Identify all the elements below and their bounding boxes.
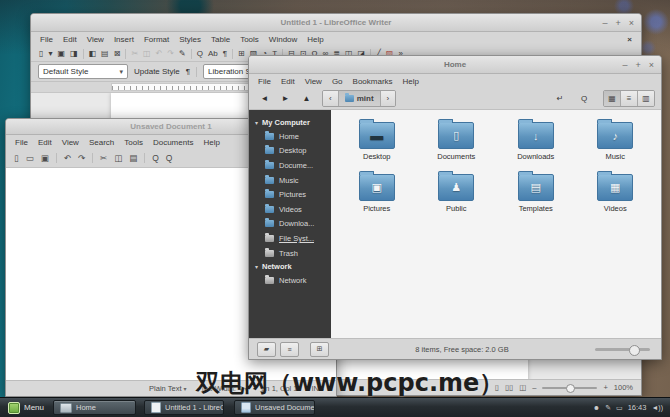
redo-icon[interactable]: ↷ <box>167 49 174 58</box>
breadcrumb-next-icon[interactable]: › <box>381 91 396 106</box>
breadcrumb-home-button[interactable]: mint <box>339 91 381 106</box>
sidebar-item-music[interactable]: Music <box>249 173 331 188</box>
sidebar-item-file-system[interactable]: File Syst... <box>249 231 331 246</box>
new-document-icon[interactable]: ▯ <box>14 153 19 163</box>
expand-pane-icon[interactable]: ⊞ <box>310 342 329 357</box>
file-manager-titlebar[interactable]: Home – + × <box>249 56 661 74</box>
menu-tools[interactable]: Tools <box>124 138 143 147</box>
folder-templates[interactable]: ▤ Templates <box>497 170 575 213</box>
show-treeview-icon[interactable]: ≡ <box>280 342 299 357</box>
folder-documents[interactable]: ▯ Documents <box>417 118 495 161</box>
folder-videos[interactable]: ▦ Videos <box>576 170 654 213</box>
paragraph-style-combo[interactable]: Default Style ▾ <box>38 64 128 79</box>
zoom-slider[interactable] <box>595 348 650 351</box>
back-icon[interactable]: ◄ <box>255 91 274 106</box>
maximize-icon[interactable]: + <box>615 18 620 28</box>
menu-go[interactable]: Go <box>332 77 343 86</box>
show-places-icon[interactable]: ▰ <box>257 342 276 357</box>
icon-view-icon[interactable]: ▦ <box>604 91 621 106</box>
close-icon[interactable]: × <box>629 18 634 28</box>
menu-documents[interactable]: Documents <box>153 138 193 147</box>
menu-help[interactable]: Help <box>307 35 323 44</box>
sidebar-item-trash[interactable]: Trash <box>249 246 331 261</box>
menu-table[interactable]: Table <box>211 35 230 44</box>
zoom-in-icon[interactable]: + <box>603 383 607 392</box>
zoom-out-icon[interactable]: – <box>532 383 536 392</box>
sidebar-item-home[interactable]: Home <box>249 129 331 144</box>
menu-bookmarks[interactable]: Bookmarks <box>353 77 393 86</box>
sidebar-section-my-computer[interactable]: ▾ My Computer <box>249 116 331 129</box>
new-dropdown-caret-icon[interactable]: ▾ <box>48 49 52 58</box>
print-icon[interactable]: ▤ <box>101 49 109 58</box>
zoom-level[interactable]: 100% <box>614 383 633 392</box>
breadcrumb-prev-icon[interactable]: ‹ <box>323 91 339 106</box>
zoom-slider-knob[interactable] <box>566 384 575 393</box>
export-pdf-icon[interactable]: ◧ <box>89 49 97 58</box>
menu-window[interactable]: Window <box>269 35 297 44</box>
taskbar-item-home[interactable]: Home <box>53 400 136 415</box>
menu-button[interactable]: Menu <box>3 400 49 415</box>
update-style-button[interactable]: Update Style <box>134 67 180 76</box>
pen-applet-icon[interactable]: ✎ <box>605 404 611 412</box>
find-icon[interactable]: Q <box>152 153 159 163</box>
writer-titlebar[interactable]: Untitled 1 - LibreOffice Writer – + × <box>31 14 641 32</box>
update-style-icon[interactable]: ¶ <box>186 67 190 76</box>
paste-icon[interactable]: ▤ <box>129 153 137 163</box>
taskbar-item-writer[interactable]: Untitled 1 - LibreOffi... <box>144 400 224 415</box>
print-preview-icon[interactable]: ⊠ <box>114 49 121 58</box>
menu-edit[interactable]: Edit <box>38 138 52 147</box>
open-icon[interactable]: ▭ <box>26 153 34 163</box>
taskbar-item-editor[interactable]: Unsaved Document 1 <box>234 400 315 415</box>
list-view-icon[interactable]: ≡ <box>621 91 638 106</box>
cut-icon[interactable]: ✂ <box>100 153 107 163</box>
clone-formatting-icon[interactable]: ✎ <box>179 49 186 58</box>
menu-view[interactable]: View <box>305 77 322 86</box>
sidebar-item-pictures[interactable]: Pictures <box>249 187 331 202</box>
sidebar-item-desktop[interactable]: Desktop <box>249 144 331 159</box>
copy-icon[interactable]: ◫ <box>114 153 122 163</box>
compact-view-icon[interactable]: ▥ <box>638 91 654 106</box>
spelling-icon[interactable]: Ab <box>208 49 218 58</box>
save-icon[interactable]: ▣ <box>57 49 65 58</box>
search-icon[interactable]: Q <box>574 90 594 107</box>
toggle-location-entry-icon[interactable]: ↵ <box>550 90 570 107</box>
minimize-icon[interactable]: – <box>602 18 607 28</box>
sidebar-item-network[interactable]: Network <box>249 273 331 288</box>
menu-styles[interactable]: Styles <box>179 35 201 44</box>
menu-insert[interactable]: Insert <box>114 35 134 44</box>
clock[interactable]: 16:43 <box>628 403 647 412</box>
menu-file[interactable]: File <box>15 138 28 147</box>
clone-document-icon[interactable]: ◨ <box>70 49 78 58</box>
cut-icon[interactable]: ✂ <box>131 49 138 58</box>
menu-view[interactable]: View <box>87 35 104 44</box>
menu-tools[interactable]: Tools <box>240 35 259 44</box>
minimize-icon[interactable]: – <box>622 60 627 70</box>
save-icon[interactable]: ▣ <box>41 153 49 163</box>
menu-edit[interactable]: Edit <box>281 77 295 86</box>
battery-icon[interactable]: ▭ <box>616 404 623 412</box>
menu-file[interactable]: File <box>258 77 271 86</box>
undo-icon[interactable]: ↶ <box>156 49 163 58</box>
find-replace-icon[interactable]: Q <box>166 153 173 163</box>
menu-edit[interactable]: Edit <box>63 35 77 44</box>
user-applet-icon[interactable]: ☻ <box>593 404 600 411</box>
sidebar-item-documents[interactable]: Docume... <box>249 158 331 173</box>
close-icon[interactable]: × <box>649 60 654 70</box>
maximize-icon[interactable]: + <box>635 60 640 70</box>
copy-icon[interactable]: ◫ <box>143 49 151 58</box>
sidebar-item-videos[interactable]: Videos <box>249 202 331 217</box>
folder-desktop[interactable]: ▬ Desktop <box>338 118 416 161</box>
file-manager-content[interactable]: ▬ Desktop ▯ Documents ↓ Downloads ♪ Musi… <box>331 110 661 338</box>
sidebar-section-network[interactable]: ▾ Network <box>249 260 331 273</box>
menu-help[interactable]: Help <box>403 77 419 86</box>
menu-format[interactable]: Format <box>144 35 169 44</box>
new-document-icon[interactable]: ▯ <box>39 49 43 58</box>
redo-icon[interactable]: ↷ <box>78 153 85 163</box>
close-document-icon[interactable]: × <box>627 35 632 44</box>
insert-table-icon[interactable]: ⊞ <box>238 49 245 58</box>
volume-icon[interactable]: ◄)) <box>651 404 663 411</box>
filetype-selector[interactable]: Plain Text▾ <box>149 384 186 393</box>
folder-downloads[interactable]: ↓ Downloads <box>497 118 575 161</box>
zoom-slider[interactable] <box>542 387 597 389</box>
menu-search[interactable]: Search <box>89 138 114 147</box>
